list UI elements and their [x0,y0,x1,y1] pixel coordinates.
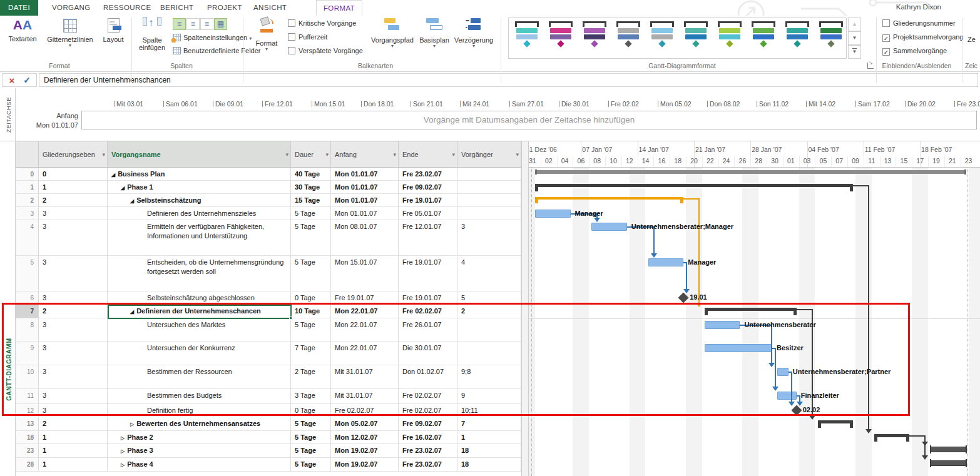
outline-level-cell[interactable]: 3 [39,342,108,365]
spalteneinstellungen-button[interactable]: Spalteneinstellungen ▾ [173,34,252,41]
gantt-style-option[interactable] [815,19,847,57]
duration-cell[interactable]: 10 Tage [291,305,331,318]
checkbox-kritische-vorgaenge[interactable]: Kritische Vorgänge [288,19,356,27]
finish-cell[interactable]: Die 30.01.07 [399,342,457,365]
finish-cell[interactable]: Fre 02.02.07 [399,404,457,417]
gantt-style-option[interactable] [579,19,610,57]
verzoegerung-button[interactable]: Verzögerung▾ [452,17,496,49]
table-chart-splitter[interactable] [521,141,529,476]
finish-cell[interactable]: Fre 02.02.07 [399,305,457,318]
row-id-cell[interactable]: 1 [16,181,39,194]
selection-fill-handle[interactable] [289,316,292,320]
textarten-button[interactable]: AA Textarten [5,17,40,43]
row-id-cell[interactable]: 5 [16,256,39,291]
start-cell[interactable]: Mon 01.01.07 [331,207,399,220]
column-header-Anfang[interactable]: Anfang▾ [331,141,399,168]
column-header-Ende[interactable]: Ende▾ [399,141,457,168]
duration-cell[interactable]: 5 Tage [291,417,331,431]
task-name-cell[interactable]: Bestimmen der Ressourcen [108,365,291,389]
outline-level-cell[interactable]: 1 [39,181,108,194]
duration-cell[interactable]: 5 Tage [291,256,331,291]
view-strip-label[interactable]: GANTT-DIAGRAMM [6,332,13,407]
gantt-bar-task[interactable] [705,321,740,329]
predecessor-cell[interactable] [457,342,521,365]
gantt-bar-task[interactable] [591,223,626,231]
gantt-bar-task[interactable] [648,258,683,266]
outline-level-cell[interactable]: 2 [39,194,108,207]
outline-level-cell[interactable]: 3 [39,291,108,305]
gantt-style-option[interactable] [782,19,813,57]
row-id-cell[interactable]: 6 [16,291,39,305]
task-name-cell[interactable]: ▷Phase 4 [108,458,291,472]
row-id-cell[interactable]: 7 [16,305,39,318]
gantt-bar-task[interactable] [777,368,789,376]
cancel-entry-button[interactable]: × [5,74,19,87]
row-id-cell[interactable]: 0 [16,168,39,181]
start-cell[interactable]: Fre 02.02.07 [331,404,399,417]
gantt-bar-summary[interactable] [818,420,853,423]
row-id-cell[interactable]: 11 [16,389,39,404]
duration-cell[interactable]: 2 Tage [291,365,331,389]
row-id-cell[interactable]: 28 [16,458,39,472]
duration-cell[interactable]: 5 Tage [291,431,331,444]
gantt-style-option[interactable] [748,19,779,57]
start-cell[interactable]: Mon 22.01.07 [331,342,399,365]
outline-level-cell[interactable]: 1 [39,444,108,458]
predecessor-cell[interactable]: 9 [457,389,521,404]
task-name-cell[interactable]: ▷Phase 3 [108,444,291,458]
start-cell[interactable]: Mon 05.02.07 [331,417,399,431]
gantt-bar-summary[interactable] [874,434,909,437]
finish-cell[interactable]: Fre 05.01.07 [399,207,457,220]
outline-level-cell[interactable]: 3 [39,389,108,404]
gantt-style-option[interactable] [545,19,576,57]
expand-triangle-icon[interactable]: ▷ [121,460,125,470]
tab-ressource[interactable]: RESSOURCE [95,0,159,16]
gallery-scroll-down-button[interactable]: ▼ [848,31,861,45]
spalte-einfuegen-button[interactable]: ↑ Spalteeinfügen [135,17,169,51]
row-id-cell[interactable]: 12 [16,404,39,417]
outline-level-cell[interactable]: 2 [39,417,108,431]
gantt-bar-summary-solid[interactable] [931,447,966,452]
duration-cell[interactable]: 30 Tage [291,181,331,194]
duration-cell[interactable]: 5 Tage [291,458,331,472]
outline-level-cell[interactable]: 3 [39,318,108,342]
gitternetzlinien-button[interactable]: Gitternetzlinien ▾ [41,17,99,48]
predecessor-cell[interactable]: 7 [457,417,521,431]
row-id-cell[interactable]: 10 [16,365,39,389]
gantt-style-option[interactable] [714,19,745,57]
duration-cell[interactable]: 0 Tage [291,404,331,417]
confirm-entry-button[interactable]: ✓ [20,74,34,87]
format-dropdown-button[interactable]: Format ▾ [250,17,283,52]
gallery-scroll-up-button[interactable]: ▲ [848,18,861,31]
duration-cell[interactable]: 5 Tage [291,220,331,256]
start-cell[interactable]: Mon 08.01.07 [331,220,399,256]
filter-arrow-icon[interactable]: ▾ [285,141,288,168]
predecessor-cell[interactable]: 18 [457,444,521,458]
row-id-cell[interactable]: 9 [16,342,39,365]
start-cell[interactable]: Mon 01.01.07 [331,194,399,207]
align-center-button[interactable]: ≡ [186,18,200,30]
gantt-bar-task[interactable] [777,392,797,400]
duration-cell[interactable]: 15 Tage [291,194,331,207]
collapse-triangle-icon[interactable]: ◢ [111,170,115,180]
finish-cell[interactable]: Fre 23.02.07 [399,458,457,472]
predecessor-cell[interactable]: 4 [457,256,521,291]
tab-ansicht[interactable]: ANSICHT [245,0,295,16]
finish-cell[interactable]: Fre 02.02.07 [399,389,457,404]
outline-level-cell[interactable]: 1 [39,431,108,444]
gantt-bar-summary-solid[interactable] [931,460,966,466]
basisplan-button[interactable]: Basisplan▾ [416,17,453,49]
tab-projekt[interactable]: PROJEKT [199,0,250,16]
task-name-cell[interactable]: Untersuchen des Marktes [108,318,291,342]
gantt-style-option[interactable] [511,19,543,57]
collapse-triangle-icon[interactable]: ◢ [121,183,125,193]
task-name-cell[interactable]: Definition fertig [108,404,291,417]
gantt-bar-summary[interactable] [705,308,797,311]
outline-level-cell[interactable]: 1 [39,458,108,472]
gantt-bar-task[interactable] [535,210,570,218]
duration-cell[interactable]: 3 Tage [291,389,331,404]
row-id-cell[interactable]: 8 [16,318,39,342]
tab-bericht[interactable]: BERICHT [152,0,202,16]
start-cell[interactable]: Mon 22.01.07 [331,318,399,342]
predecessor-cell[interactable] [457,168,521,181]
